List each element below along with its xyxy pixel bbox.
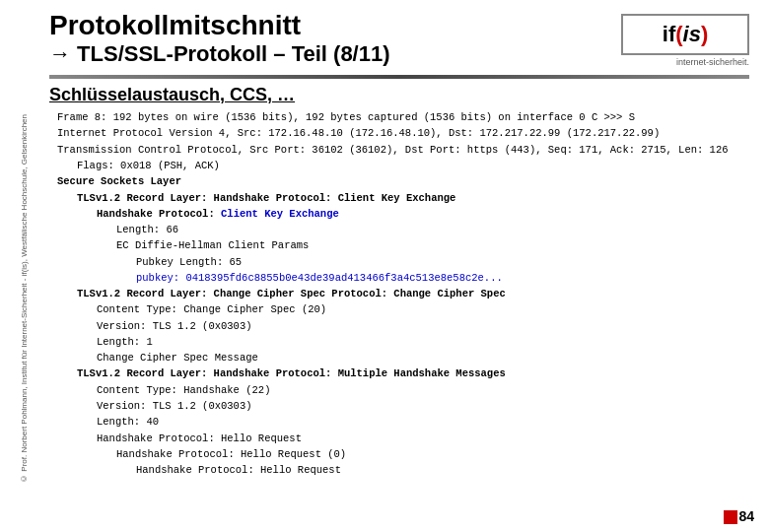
tls-record2: TLSv1.2 Record Layer: Change Cipher Spec… (57, 286, 749, 301)
secure-layer: Secure Sockets Layer (57, 173, 749, 189)
length40: Length: 40 (57, 414, 749, 430)
logo-box: if(is) (621, 14, 749, 55)
flags-line: Flags: 0x018 (PSH, ACK) (57, 158, 749, 173)
content-type-ccs: Content Type: Change Cipher Spec (20) (57, 301, 749, 317)
content-area: © Prof. Norbert Pohlmann, Institut für I… (0, 109, 769, 488)
version-ccs: Version: TLS 1.2 (0x0303) (57, 318, 749, 334)
hs-hello-req: Handshake Protocol: Hello Request (57, 431, 749, 446)
page-title: Protokollmitschnitt (49, 10, 390, 41)
pubkey-len: Pubkey Length: 65 (57, 254, 749, 270)
frame-line: Frame 8: 192 bytes on wire (1536 bits), … (57, 109, 749, 125)
red-square-decoration (724, 510, 737, 524)
main-content: Frame 8: 192 bytes on wire (1536 bits), … (47, 109, 759, 488)
version-hs: Version: TLS 1.2 (0x0303) (57, 398, 749, 414)
content-type-hs: Content Type: Handshake (22) (57, 382, 749, 398)
page-subtitle: → TLS/SSL-Protokoll – Teil (8/11) (49, 41, 390, 67)
tls-record3: TLSv1.2 Record Layer: Handshake Protocol… (57, 366, 749, 381)
section-title: Schlüsselaustausch, CCS, … (0, 79, 769, 109)
sidebar-label: © Prof. Norbert Pohlmann, Institut für I… (0, 109, 47, 488)
logo: if(is) (663, 22, 708, 47)
logo-wrapper: if(is) internet-sicherheit. (621, 10, 749, 67)
pubkey-val: pubkey: 0418395fd6c8855b0e43de39ad413466… (57, 270, 749, 286)
ec-diffie: EC Diffie-Hellman Client Params (57, 237, 749, 253)
handshake-label: Handshake Protocol: (97, 208, 221, 220)
hs-hello-req3: Handshake Protocol: Hello Request (57, 462, 749, 478)
length66: Length: 66 (57, 222, 749, 237)
change-cipher-msg: Change Cipher Spec Message (57, 350, 749, 366)
handshake-protocol-label: Handshake Protocol: Client Key Exchange (57, 206, 749, 222)
tls-record1: TLSv1.2 Record Layer: Handshake Protocol… (57, 190, 749, 206)
page-number: 84 (738, 508, 754, 524)
tcp-line: Transmission Control Protocol, Src Port:… (57, 142, 749, 158)
header: Protokollmitschnitt → TLS/SSL-Protokoll … (0, 0, 769, 75)
header-text: Protokollmitschnitt → TLS/SSL-Protokoll … (49, 10, 390, 67)
ip-line: Internet Protocol Version 4, Src: 172.16… (57, 125, 749, 141)
logo-subtext: internet-sicherheit. (676, 57, 749, 67)
length1: Length: 1 (57, 334, 749, 350)
handshake-value: Client Key Exchange (221, 208, 339, 220)
hs-hello-req2: Handshake Protocol: Hello Request (0) (57, 446, 749, 462)
